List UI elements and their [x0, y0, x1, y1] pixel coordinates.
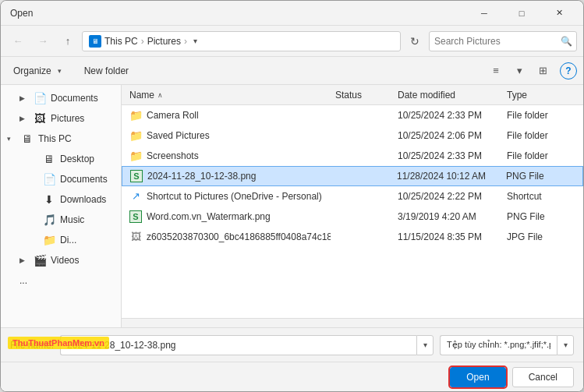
file-type-camera-roll: File folder [502, 110, 580, 121]
sidebar-item-more[interactable]: ... [1, 270, 121, 291]
file-name-camera-roll: 📁 Camera Roll [125, 109, 331, 122]
sidebar-item-music[interactable]: 🎵 Music [1, 210, 121, 230]
sidebar-pictures-label: Pictures [51, 113, 84, 124]
search-box: 🔍 [429, 31, 577, 51]
file-date-shortcut: 10/25/2024 2:22 PM [393, 191, 502, 202]
open-dialog: Open ─ □ ✕ ← → ↑ 🖥 This PC › Pictures › … [0, 0, 584, 392]
filename-input-wrap: ▾ [60, 335, 434, 355]
file-row[interactable]: S Word.com.vn_Watermark.png 3/19/2019 4:… [122, 207, 583, 227]
col-sort-arrow: ∧ [158, 91, 163, 99]
filetype-dropdown-button[interactable]: ▾ [557, 335, 574, 355]
file-icon-shortcut: ↗ [129, 190, 142, 203]
file-date-camera-roll: 10/25/2024 2:33 PM [393, 110, 502, 121]
breadcrumb-dropdown-icon[interactable]: ▾ [193, 37, 197, 45]
main-area: ▶ 📄 Documents ▶ 🖼 Pictures ▾ 🖥 This PC 🖥… [1, 85, 583, 327]
sidebar-this-pc-label: This PC [38, 133, 72, 144]
sidebar-documents2-icon: 📄 [43, 173, 55, 185]
bottom-bar: File name: ▾ ▾ [1, 327, 583, 362]
help-button[interactable]: ? [560, 62, 577, 79]
open-button[interactable]: Open [450, 367, 505, 387]
refresh-button[interactable]: ↻ [404, 31, 426, 51]
breadcrumb-pictures[interactable]: Pictures [147, 36, 181, 47]
up-button[interactable]: ↑ [57, 31, 79, 51]
organize-dropdown-icon: ▾ [55, 67, 65, 75]
file-type-saved-pictures: File folder [502, 130, 580, 141]
back-button[interactable]: ← [7, 31, 29, 51]
file-icon-png: S [130, 170, 143, 182]
new-folder-button[interactable]: New folder [78, 61, 135, 81]
sidebar-pictures-icon: 🖼 [34, 112, 46, 125]
file-date-png: 11/28/2024 10:12 AM [392, 171, 501, 182]
file-row[interactable]: 📁 Saved Pictures 10/25/2024 2:06 PM File… [122, 125, 583, 146]
file-row[interactable]: 📁 Camera Roll 10/25/2024 2:33 PM File fo… [122, 105, 583, 125]
filename-input[interactable] [60, 335, 416, 355]
sidebar-di-label: Di... [60, 235, 76, 245]
address-bar-row: ← → ↑ 🖥 This PC › Pictures › ▾ ↻ 🔍 [1, 26, 583, 57]
sidebar-expand-documents: ▶ [19, 94, 29, 102]
breadcrumb-sep1: › [141, 36, 144, 47]
sidebar-item-pictures[interactable]: ▶ 🖼 Pictures [1, 108, 121, 129]
col-header-status[interactable]: Status [331, 85, 393, 104]
filename-dropdown-button[interactable]: ▾ [416, 335, 434, 355]
file-type-z6035: JPG File [502, 231, 580, 242]
sidebar-item-documents[interactable]: ▶ 📄 Documents [1, 88, 121, 108]
sidebar-expand-pictures: ▶ [19, 115, 29, 122]
sidebar-item-downloads[interactable]: ⬇ Downloads [1, 189, 121, 210]
sidebar-downloads-label: Downloads [60, 194, 106, 205]
breadcrumb-bar[interactable]: 🖥 This PC › Pictures › ▾ [82, 31, 401, 51]
file-name-png: S 2024-11-28_10-12-38.png [126, 170, 330, 182]
sidebar-documents-icon: 📄 [34, 92, 46, 104]
maximize-button[interactable]: □ [504, 1, 540, 26]
file-name-shortcut: ↗ Shortcut to Pictures (OneDrive - Perso… [125, 190, 331, 203]
sidebar-documents2-label: Documents [60, 174, 108, 185]
file-row[interactable]: ↗ Shortcut to Pictures (OneDrive - Perso… [122, 186, 583, 207]
breadcrumb-sep2: › [184, 36, 187, 47]
file-label-shortcut: Shortcut to Pictures (OneDrive - Persona… [147, 191, 322, 202]
dialog-title: Open [7, 8, 466, 19]
view-dropdown-button[interactable]: ▾ [508, 61, 530, 81]
title-bar: Open ─ □ ✕ [1, 1, 583, 26]
breadcrumb-this-pc[interactable]: This PC [104, 36, 138, 47]
col-header-type[interactable]: Type [502, 85, 580, 104]
sidebar-item-videos[interactable]: ▶ 🎬 Videos [1, 250, 121, 270]
sidebar-documents-label: Documents [51, 93, 98, 104]
sidebar-music-icon: 🎵 [43, 214, 55, 226]
view-tiles-button[interactable]: ⊞ [532, 61, 554, 81]
file-icon-camera-roll: 📁 [129, 109, 142, 122]
file-icon-saved-pictures: 📁 [129, 129, 142, 142]
sidebar-videos-icon: 🎬 [34, 254, 46, 267]
file-date-watermark: 3/19/2019 4:20 AM [393, 211, 502, 222]
view-list-button[interactable]: ≡ [485, 61, 507, 81]
horizontal-scrollbar[interactable] [122, 318, 583, 327]
cancel-button[interactable]: Cancel [512, 367, 574, 387]
col-header-date[interactable]: Date modified [393, 85, 502, 104]
file-name-z6035: 🖼 z6035203870300_6bc4186885ff0408a74c18.… [125, 231, 331, 243]
organize-button[interactable]: Organize ▾ [7, 61, 72, 81]
sidebar: ▶ 📄 Documents ▶ 🖼 Pictures ▾ 🖥 This PC 🖥… [1, 85, 122, 327]
sidebar-item-desktop[interactable]: 🖥 Desktop [1, 149, 121, 169]
forward-button[interactable]: → [32, 31, 54, 51]
minimize-button[interactable]: ─ [466, 1, 502, 26]
action-bar: Open Cancel [1, 362, 583, 391]
sidebar-item-di[interactable]: 📁 Di... [1, 230, 121, 250]
sidebar-item-documents2[interactable]: 📄 Documents [1, 169, 121, 189]
sidebar-this-pc-icon: 🖥 [21, 132, 34, 145]
file-area: Name ∧ Status Date modified Type � [122, 85, 583, 327]
sidebar-expand-thispc: ▾ [7, 135, 16, 143]
filename-label: File name: [10, 340, 54, 351]
file-row[interactable]: 🖼 z6035203870300_6bc4186885ff0408a74c18.… [122, 227, 583, 247]
organize-label: Organize [13, 65, 51, 76]
file-name-saved-pictures: 📁 Saved Pictures [125, 129, 331, 142]
search-input[interactable] [430, 36, 556, 47]
filetype-input[interactable] [440, 335, 557, 355]
file-label-z6035: z6035203870300_6bc4186885ff0408a74c18... [147, 231, 331, 242]
search-icon-button[interactable]: 🔍 [556, 31, 576, 51]
file-row-selected[interactable]: S 2024-11-28_10-12-38.png 11/28/2024 10:… [122, 166, 583, 186]
close-button[interactable]: ✕ [541, 1, 577, 26]
file-label-screenshots: Screenshots [147, 150, 199, 161]
file-row[interactable]: 📁 Screenshots 10/25/2024 2:33 PM File fo… [122, 146, 583, 166]
view-buttons: ≡ ▾ ⊞ [485, 61, 554, 81]
help-icon: ? [565, 65, 571, 76]
sidebar-item-this-pc[interactable]: ▾ 🖥 This PC [1, 129, 121, 149]
col-header-name[interactable]: Name ∧ [125, 85, 331, 104]
